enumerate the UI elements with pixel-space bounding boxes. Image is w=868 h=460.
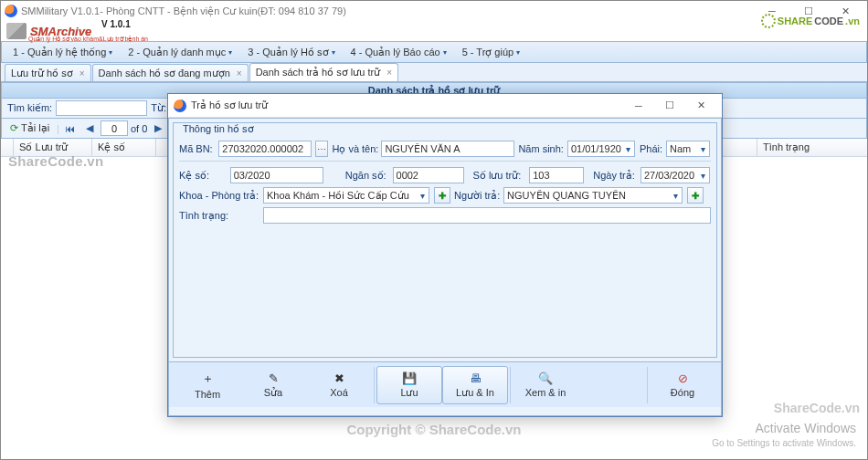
dialog-minimize-button[interactable]: ─ [623, 96, 654, 116]
main-menu: 1 - Quản lý hệ thống▾ 2 - Quản lý danh m… [1, 41, 867, 63]
record-total: of 0 [131, 123, 147, 134]
ke-so-label: Kệ số: [179, 170, 227, 182]
plus-icon: ＋ [202, 371, 214, 387]
ho-ten-label: Họ và tên: [332, 143, 377, 155]
ngan-so-input[interactable] [393, 167, 464, 183]
preview-icon: 🔍 [538, 371, 553, 385]
return-record-dialog: Trả hồ sơ lưu trữ ─ ☐ ✕ Thông tin hồ sơ … [167, 93, 723, 417]
menu-item-help[interactable]: 5 - Trợ giúp▾ [455, 44, 529, 61]
first-record-button[interactable]: ⏮ [62, 120, 79, 137]
ngay-tra-input[interactable] [640, 167, 710, 183]
next-record-button[interactable]: ▶ [150, 120, 166, 137]
nguoi-tra-select[interactable] [503, 187, 683, 204]
khoa-add-button[interactable]: ✚ [434, 187, 450, 204]
luu-in-button[interactable]: 🖶Lưu & In [442, 366, 508, 404]
phai-select[interactable] [666, 141, 710, 157]
tab-archive[interactable]: Lưu trữ hồ sơ× [5, 64, 91, 81]
window-title: SMMilitary V1.0.1- Phòng CNTT - Bệnh việ… [21, 5, 754, 17]
search-input[interactable] [56, 100, 147, 116]
tab-bar: Lưu trữ hồ sơ× Danh sách hồ sơ đang mượn… [1, 63, 867, 82]
record-index-input[interactable] [101, 120, 128, 136]
tinh-trang-label: Tình trạng: [179, 210, 259, 222]
menu-item-records[interactable]: 3 - Quản lý Hồ sơ▾ [240, 44, 343, 61]
logo-image [6, 23, 26, 39]
chevron-down-icon: ▾ [516, 48, 520, 57]
so-luu-input[interactable] [529, 167, 584, 183]
version-text: V 1.0.1 [101, 19, 131, 29]
chevron-down-icon: ▾ [228, 48, 232, 57]
app-banner: SMArchive V 1.0.1 Quản lý Hồ sơ vào khám… [1, 21, 867, 41]
search-label: Tìm kiếm: [7, 102, 52, 114]
slogan-text: Quản lý Hồ sơ vào khám&Lưu trữ bệnh án [28, 36, 148, 43]
gear-icon [761, 14, 776, 28]
luu-button[interactable]: 💾Lưu [376, 366, 442, 404]
delete-icon: ✖ [334, 371, 344, 385]
close-icon[interactable]: × [79, 68, 85, 78]
tab-return[interactable]: Danh sách trả hồ sơ lưu trữ× [249, 63, 398, 81]
them-button[interactable]: ＋Thêm [175, 366, 240, 404]
menu-item-report[interactable]: 4 - Quản lý Báo cáo▾ [344, 44, 455, 61]
close-icon: ⊘ [678, 371, 688, 385]
ho-ten-input[interactable] [381, 141, 514, 157]
nam-sinh-input[interactable] [567, 141, 635, 157]
xem-in-button[interactable]: 🔍Xem & in [513, 366, 578, 404]
dialog-close-button[interactable]: ✕ [685, 96, 716, 116]
ngan-so-label: Ngăn số: [345, 170, 389, 182]
grid-col-tinhtrang[interactable]: Tình trạng [757, 139, 867, 156]
sua-button[interactable]: ✎Sửa [240, 366, 306, 404]
ngay-tra-label: Ngày trả: [593, 170, 637, 182]
edit-icon: ✎ [269, 371, 279, 385]
grid-col-keso[interactable]: Kệ số [92, 139, 156, 156]
so-luu-label: Số lưu trữ: [473, 170, 526, 182]
ma-bn-input[interactable] [218, 141, 312, 157]
from-label: Từ: [151, 102, 166, 114]
khoa-select[interactable] [263, 187, 429, 204]
save-icon: 💾 [402, 371, 417, 385]
row-selector-col [1, 139, 14, 156]
tinh-trang-input[interactable] [263, 207, 711, 224]
dialog-title: Trả hồ sơ lưu trữ [191, 99, 623, 111]
nguoi-tra-add-button[interactable]: ✚ [687, 187, 704, 204]
grid-col-soluutru[interactable]: Số Lưu trữ [14, 139, 92, 156]
khoa-label: Khoa - Phòng trả: [179, 190, 259, 202]
save-print-icon: 🖶 [470, 371, 482, 385]
ma-bn-label: Mã BN: [179, 143, 215, 154]
phai-label: Phái: [640, 143, 662, 154]
close-icon[interactable]: × [237, 68, 242, 78]
app-icon [174, 99, 186, 112]
dialog-maximize-button[interactable]: ☐ [654, 96, 685, 116]
group-title: Thông tin hồ sơ [179, 123, 258, 135]
dialog-toolbar: ＋Thêm ✎Sửa ✖Xoá 💾Lưu 🖶Lưu & In 🔍Xem & in… [169, 361, 721, 407]
prev-record-button[interactable]: ◀ [81, 120, 98, 137]
dong-button[interactable]: ⊘Đóng [650, 366, 715, 404]
chevron-down-icon: ▾ [332, 48, 335, 57]
menu-item-system[interactable]: 1 - Quản lý hệ thống▾ [5, 44, 121, 61]
chevron-down-icon: ▾ [109, 48, 112, 57]
ma-bn-lookup-button[interactable]: ⋯ [315, 141, 328, 157]
app-icon [5, 5, 17, 17]
tab-borrowed[interactable]: Danh sách hồ sơ đang mượn× [92, 64, 249, 81]
xoa-button[interactable]: ✖Xoá [306, 366, 372, 404]
nam-sinh-label: Năm sinh: [518, 143, 564, 154]
reload-button[interactable]: ⟳Tải lại [5, 120, 54, 137]
close-icon[interactable]: × [386, 68, 392, 78]
nguoi-tra-label: Người trả: [454, 190, 500, 202]
main-titlebar: SMMilitary V1.0.1- Phòng CNTT - Bệnh việ… [1, 1, 867, 21]
sharecode-logo: SHARECODE.vn [761, 14, 860, 28]
menu-item-category[interactable]: 2 - Quản lý danh mục▾ [121, 44, 240, 61]
ke-so-input[interactable] [230, 167, 323, 183]
refresh-icon: ⟳ [10, 122, 18, 134]
dialog-titlebar: Trả hồ sơ lưu trữ ─ ☐ ✕ [168, 94, 722, 118]
chevron-down-icon: ▾ [443, 48, 447, 57]
